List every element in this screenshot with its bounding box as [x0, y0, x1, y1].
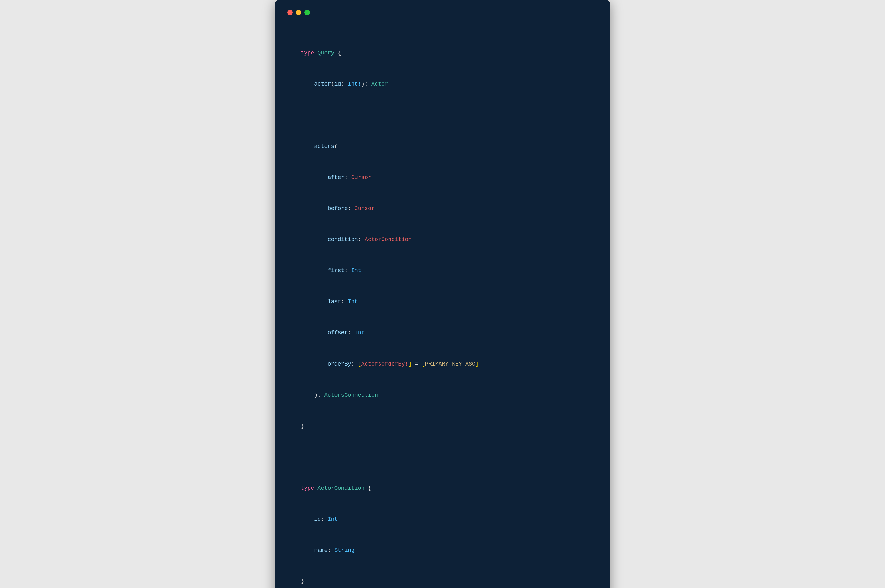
code-line-11: orderBy: [ActorsOrderBy!] = [PRIMARY_KEY…	[301, 361, 479, 368]
code-line-7: condition: ActorCondition	[301, 237, 411, 243]
code-line-1: type Query {	[301, 50, 341, 56]
maximize-button[interactable]	[304, 10, 310, 15]
code-line-9: last: Int	[301, 298, 358, 305]
code-window: type Query { actor(id: Int!): Actor acto…	[275, 0, 610, 588]
code-line-2: actor(id: Int!): Actor	[301, 81, 388, 87]
code-line-10: offset: Int	[301, 330, 364, 336]
code-line-6: before: Cursor	[301, 206, 375, 212]
code-line-12: ): ActorsConnection	[301, 392, 378, 398]
code-content: type Query { actor(id: Int!): Actor acto…	[287, 27, 598, 588]
code-line-15: type ActorCondition {	[301, 485, 371, 492]
minimize-button[interactable]	[296, 10, 301, 15]
titlebar	[287, 10, 598, 15]
code-line-13: }	[301, 423, 304, 429]
code-line-16: id: Int	[301, 516, 338, 523]
code-line-17: name: String	[301, 547, 354, 554]
code-line-5: after: Cursor	[301, 174, 371, 181]
code-line-8: first: Int	[301, 267, 361, 274]
code-line-4: actors(	[301, 143, 338, 150]
code-line-18: }	[301, 578, 304, 585]
close-button[interactable]	[287, 10, 293, 15]
